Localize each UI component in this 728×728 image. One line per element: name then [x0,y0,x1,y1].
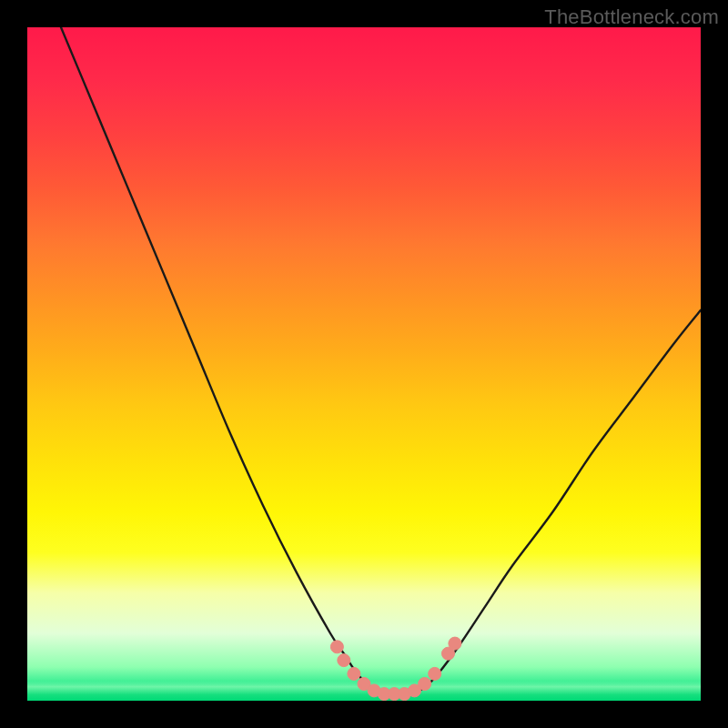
watermark-text: TheBottleneck.com [544,5,719,29]
curve-marker [429,667,441,680]
chart-frame: TheBottleneck.com [0,0,728,728]
bottleneck-curve-path [61,27,701,694]
curve-marker [419,678,431,691]
bottleneck-curve-svg [27,27,701,701]
curve-marker [330,641,343,653]
curve-marker [348,667,360,680]
curve-marker [338,654,350,667]
plot-area [27,27,701,701]
curve-marker [449,637,461,650]
